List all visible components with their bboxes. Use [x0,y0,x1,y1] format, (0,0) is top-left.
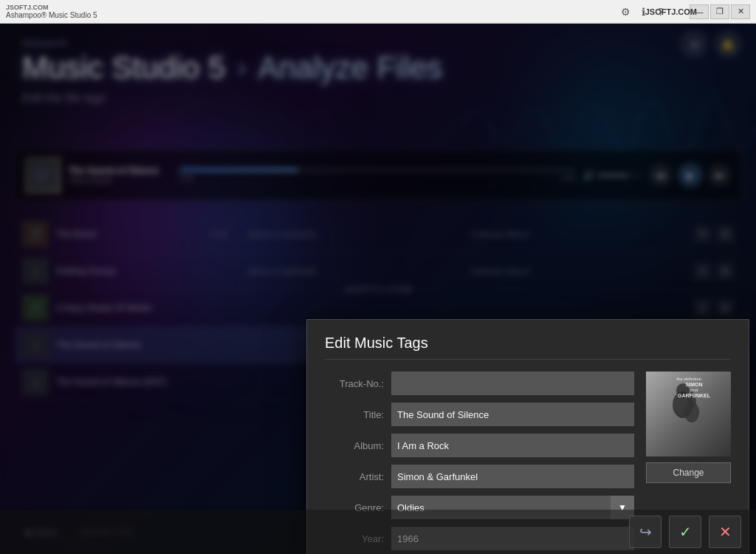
confirm-button[interactable]: ✓ [669,516,701,548]
maximize-button[interactable]: ❐ [710,4,729,19]
album-row: Album: [325,434,634,457]
app-name: Ashampoo® Music Studio 5 [6,11,97,19]
title-label: Title: [325,409,384,420]
cancel-button[interactable]: ✕ [709,516,741,548]
artist-label: Artist: [325,471,384,482]
titlebar-watermark: JSOFTJ.COM [6,4,97,11]
dialog-actions: ↪ ✓ ✕ [0,510,756,554]
svg-text:and: and [690,388,698,392]
artist-input[interactable] [391,465,634,488]
track-no-row: Track-No.: [325,372,634,395]
svg-text:SIMON: SIMON [686,382,703,387]
titlebar-left: JSOFTJ.COM Ashampoo® Music Studio 5 [6,4,97,19]
album-art-svg: the definitive SIMON and GARFUNKEL [646,372,731,456]
dialog-title: Edit Music Tags [325,335,731,360]
close-button[interactable]: ✕ [731,4,750,19]
album-art: the definitive SIMON and GARFUNKEL [646,372,731,456]
forward-button[interactable]: ↪ [629,516,662,548]
titlebar-right-watermark: JSOFTJ.COM [645,7,697,16]
title-input[interactable] [391,403,634,426]
window-controls: — ❐ ✕ [690,4,750,19]
settings-icon[interactable]: ⚙ [619,5,632,18]
track-no-label: Track-No.: [325,378,384,389]
track-no-input[interactable] [391,372,634,395]
titlebar: JSOFTJ.COM Ashampoo® Music Studio 5 ⚙ ℹ … [0,0,756,24]
svg-text:the definitive: the definitive [676,377,701,381]
album-label: Album: [325,440,384,451]
title-row: Title: [325,403,634,426]
artist-row: Artist: [325,465,634,488]
svg-text:GARFUNKEL: GARFUNKEL [678,393,711,398]
change-art-button[interactable]: Change [646,462,731,483]
main-background: Ashampoo® Music Studio 5 › Analyze Files… [0,24,756,554]
album-input[interactable] [391,434,634,457]
